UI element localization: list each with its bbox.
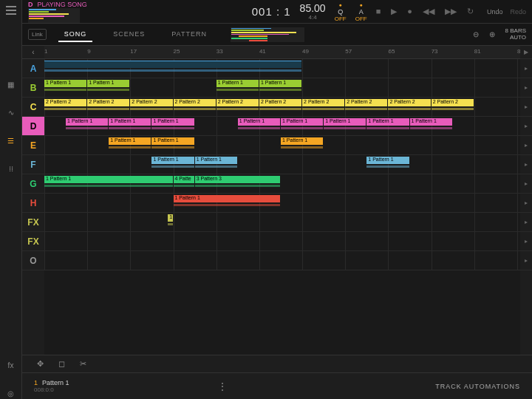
- track-label-e[interactable]: E: [22, 136, 44, 155]
- expand-track-icon[interactable]: ▸: [520, 98, 532, 117]
- clip[interactable]: 1 Pattern 1: [151, 157, 194, 164]
- quantize-toggle[interactable]: ● Q OFF: [335, 1, 347, 22]
- fx-icon[interactable]: fx: [5, 359, 17, 371]
- track-row[interactable]: [44, 251, 520, 270]
- clip[interactable]: 1 Pattern 1: [44, 176, 173, 183]
- arp-toggle[interactable]: ● A OFF: [355, 1, 367, 22]
- track-label-g[interactable]: G: [22, 174, 44, 194]
- expand-track-icon[interactable]: ▸: [520, 251, 532, 270]
- expand-track-icon[interactable]: ▸: [520, 174, 532, 194]
- mini-preview[interactable]: [28, 8, 80, 23]
- clip[interactable]: [44, 61, 301, 68]
- sliders-icon[interactable]: ⁞⁞: [5, 163, 17, 174]
- clip[interactable]: 2 Pattern 2: [432, 99, 474, 106]
- clip[interactable]: 1 Pattern 1: [366, 118, 409, 126]
- loop-button[interactable]: ↻: [467, 7, 474, 16]
- expand-track-icon[interactable]: ▸: [520, 78, 532, 98]
- play-all-icon[interactable]: ▶: [520, 46, 532, 59]
- play-button[interactable]: ▶: [391, 7, 397, 16]
- stop-button[interactable]: ■: [376, 7, 381, 16]
- clip[interactable]: 1 Pattern 1: [66, 118, 108, 126]
- track-label-fx[interactable]: FX: [22, 232, 44, 251]
- track-label-a[interactable]: A: [22, 59, 44, 78]
- clip[interactable]: 2 Pattern 2: [174, 99, 216, 106]
- track-label-d[interactable]: D: [22, 117, 44, 136]
- clip[interactable]: 1 Pattern 1: [151, 137, 194, 145]
- more-icon[interactable]: ⋮: [217, 381, 229, 392]
- track-row[interactable]: [44, 59, 520, 78]
- clip[interactable]: 1 Pattern 1: [195, 157, 237, 164]
- track-row[interactable]: 1 Pattern 11 Pattern 11 Pattern 1: [44, 155, 520, 174]
- clip[interactable]: 1 Pattern 1: [259, 80, 301, 87]
- wave-icon[interactable]: ∿: [5, 106, 17, 118]
- clip[interactable]: 3 Pattern 3: [195, 176, 280, 183]
- tempo-display[interactable]: 85.00 4:4: [300, 2, 326, 21]
- track-label-fx[interactable]: FX: [22, 213, 44, 232]
- clip[interactable]: 1 Pattern 1: [324, 118, 366, 126]
- clip[interactable]: 2 Pattern 2: [345, 99, 387, 106]
- clip[interactable]: 2 Pattern 2: [87, 99, 129, 106]
- clip[interactable]: 1 Pattern 1: [174, 195, 280, 202]
- expand-track-icon[interactable]: ▸: [520, 232, 532, 251]
- clip[interactable]: 1 Pattern 1: [410, 118, 452, 126]
- track-row[interactable]: 1: [44, 213, 520, 232]
- tab-song[interactable]: SONG: [58, 27, 93, 42]
- clip[interactable]: 2 Pattern 2: [388, 99, 430, 106]
- bars-setting[interactable]: 8 BARS AUTO: [505, 28, 526, 41]
- clip[interactable]: 2 Pattern 2: [259, 99, 301, 106]
- track-automations-button[interactable]: TRACK AUTOMATIONS: [435, 383, 520, 390]
- track-label-f[interactable]: F: [22, 155, 44, 174]
- clip[interactable]: 1 Pattern 1: [109, 118, 151, 126]
- record-button[interactable]: ●: [407, 7, 412, 16]
- track-row[interactable]: 1 Pattern 11 Pattern 11 Pattern 11 Patte…: [44, 117, 520, 136]
- track-label-h[interactable]: H: [22, 194, 44, 213]
- tab-pattern[interactable]: PATTERN: [166, 27, 213, 42]
- track-label-c[interactable]: C: [22, 98, 44, 117]
- cut-tool-icon[interactable]: ✂: [80, 359, 86, 369]
- link-button[interactable]: Link: [28, 29, 47, 40]
- clip[interactable]: 1 Pattern 1: [216, 80, 259, 87]
- track-row[interactable]: [44, 232, 520, 251]
- clip[interactable]: 2 Pattern 2: [44, 99, 86, 106]
- song-overview[interactable]: [231, 27, 304, 42]
- expand-track-icon[interactable]: ▸: [520, 136, 532, 155]
- clip[interactable]: 1 Pattern 1: [238, 118, 280, 126]
- pattern-info[interactable]: 1Pattern 1 008:0:0: [34, 379, 69, 393]
- track-row[interactable]: 1 Pattern 1: [44, 194, 520, 213]
- track-label-o[interactable]: O: [22, 251, 44, 270]
- expand-track-icon[interactable]: ▸: [520, 213, 532, 232]
- clip[interactable]: 4 Patte: [174, 176, 194, 183]
- clip[interactable]: 1: [168, 214, 172, 222]
- clip[interactable]: 2 Pattern 2: [302, 99, 344, 106]
- grid-icon[interactable]: ▦: [5, 78, 17, 90]
- track-label-b[interactable]: B: [22, 78, 44, 98]
- clip[interactable]: 1 Pattern 1: [151, 118, 194, 126]
- zoom-out-icon[interactable]: ⊖: [473, 30, 479, 38]
- arrange-icon[interactable]: ☰: [5, 134, 17, 146]
- clip[interactable]: 2 Pattern 2: [130, 99, 172, 106]
- forward-button[interactable]: ▶▶: [445, 7, 457, 16]
- expand-track-icon[interactable]: ▸: [520, 117, 532, 136]
- time-ruler[interactable]: 1917253341495765738189: [44, 46, 520, 59]
- zoom-in-icon[interactable]: ⊕: [489, 30, 495, 38]
- rewind-button[interactable]: ◀◀: [423, 7, 434, 16]
- pointer-tool-icon[interactable]: ✥: [37, 359, 44, 369]
- tab-scenes[interactable]: SCENES: [107, 27, 151, 42]
- record-icon[interactable]: ◎: [5, 387, 17, 399]
- back-button[interactable]: ‹: [22, 46, 44, 59]
- clip[interactable]: 1 Pattern 1: [281, 137, 323, 145]
- arrange-grid[interactable]: 1917253341495765738189 1 Pattern 11 Patt…: [44, 46, 520, 355]
- expand-track-icon[interactable]: ▸: [520, 194, 532, 213]
- track-row[interactable]: 1 Pattern 14 Patte3 Pattern 3: [44, 174, 520, 194]
- expand-track-icon[interactable]: ▸: [520, 59, 532, 78]
- expand-track-icon[interactable]: ▸: [520, 155, 532, 174]
- clip[interactable]: 2 Pattern 2: [216, 99, 259, 106]
- clip[interactable]: 1 Pattern 1: [281, 118, 323, 126]
- track-row[interactable]: 2 Pattern 22 Pattern 22 Pattern 22 Patte…: [44, 98, 520, 117]
- clip[interactable]: 1 Pattern 1: [366, 157, 409, 164]
- clip[interactable]: 1 Pattern 1: [44, 80, 86, 87]
- position-display[interactable]: 001 : 1: [252, 5, 291, 18]
- track-row[interactable]: 1 Pattern 11 Pattern 11 Pattern 11 Patte…: [44, 78, 520, 98]
- track-row[interactable]: 1 Pattern 11 Pattern 11 Pattern 1: [44, 136, 520, 155]
- menu-icon[interactable]: [5, 4, 17, 16]
